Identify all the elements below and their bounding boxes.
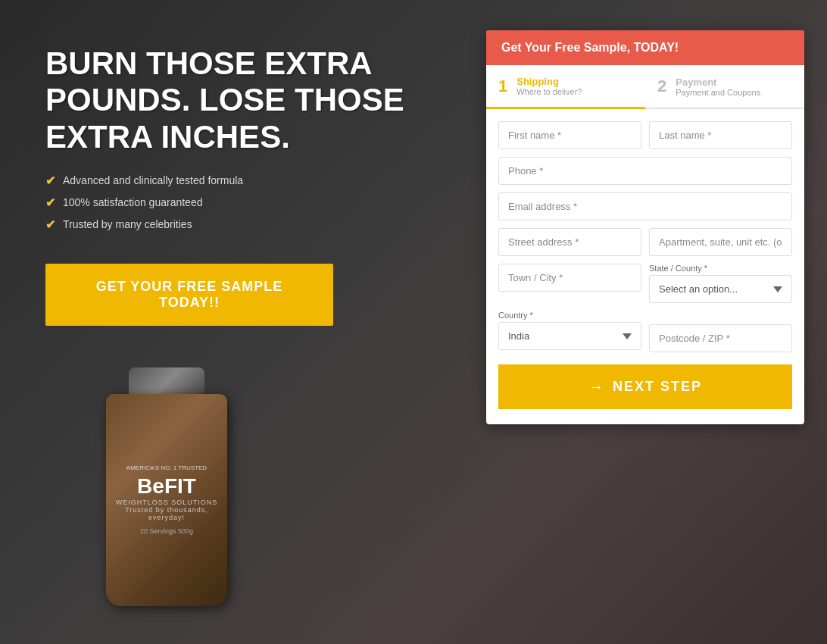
- phone-input[interactable]: [498, 157, 792, 185]
- step-2-title: Payment: [676, 77, 760, 88]
- feature-item-3: ✔ Trusted by many celebrities: [45, 217, 471, 232]
- bottle-serving: 20 Servings 500g: [114, 527, 220, 535]
- street-input[interactable]: [498, 228, 641, 256]
- step-1-number: 1: [498, 77, 507, 96]
- email-row: [498, 192, 792, 220]
- form-body: State / County * Select an option... Cou…: [486, 109, 804, 424]
- state-select[interactable]: Select an option...: [649, 275, 792, 303]
- steps-bar: 1 Shipping Where to deliver? 2 Payment P…: [486, 65, 804, 109]
- banner-text: Get Your Free Sample, TODAY!: [501, 41, 679, 55]
- country-select[interactable]: India: [498, 322, 641, 350]
- form-banner: Get Your Free Sample, TODAY!: [486, 30, 804, 65]
- state-label: State / County *: [649, 264, 792, 273]
- check-icon-1: ✔: [45, 174, 55, 188]
- country-group: Country * India: [498, 311, 641, 352]
- town-group: [498, 264, 641, 303]
- last-name-group: [649, 121, 792, 149]
- apartment-group: [649, 228, 792, 256]
- email-input[interactable]: [498, 192, 792, 220]
- bottle-brand: BeFIT: [114, 474, 220, 499]
- address-row: [498, 228, 792, 256]
- country-label: Country *: [498, 311, 641, 320]
- step-2-subtitle: Payment and Coupons: [676, 88, 760, 97]
- step-1[interactable]: 1 Shipping Where to deliver?: [486, 65, 645, 109]
- check-icon-3: ✔: [45, 217, 55, 232]
- form-card: Get Your Free Sample, TODAY! 1 Shipping …: [486, 30, 804, 424]
- step-2-number: 2: [657, 77, 666, 96]
- city-state-row: State / County * Select an option...: [498, 264, 792, 303]
- product-bottle: AMERICA'S NO. 1 TRUSTED BeFIT WEIGHTLOSS…: [91, 341, 280, 606]
- arrow-icon: →: [588, 378, 605, 395]
- feature-item-2: ✔ 100% satisfaction guaranteed: [45, 195, 471, 210]
- postcode-group: [649, 311, 792, 352]
- last-name-input[interactable]: [649, 121, 792, 149]
- phone-row: [498, 157, 792, 185]
- feature-item-1: ✔ Advanced and clinically tested formula: [45, 174, 471, 188]
- cta-button[interactable]: GET YOUR FREE SAMPLE TODAY!!: [45, 264, 333, 326]
- state-group: State / County * Select an option...: [649, 264, 792, 303]
- step-1-subtitle: Where to deliver?: [516, 87, 582, 96]
- phone-group: [498, 157, 792, 185]
- next-step-button[interactable]: → NEXT STEP: [498, 364, 792, 409]
- bottle-trusted: Trusted by thousands, everyday!: [114, 506, 220, 521]
- first-name-input[interactable]: [498, 121, 641, 149]
- bottle-sub: WEIGHTLOSS SOLUTIONS: [114, 499, 220, 506]
- bottle-america-label: AMERICA'S NO. 1 TRUSTED: [114, 464, 220, 471]
- apartment-input[interactable]: [649, 228, 792, 256]
- town-input[interactable]: [498, 264, 641, 292]
- form-panel: Get Your Free Sample, TODAY! 1 Shipping …: [486, 30, 804, 629]
- postcode-input[interactable]: [649, 324, 792, 352]
- step-1-title: Shipping: [516, 76, 582, 87]
- check-icon-2: ✔: [45, 195, 55, 210]
- main-headline: BURN THOSE EXTRA POUNDS. LOSE THOSE EXTR…: [45, 45, 471, 155]
- next-step-label: NEXT STEP: [613, 379, 702, 395]
- email-group: [498, 192, 792, 220]
- step-2[interactable]: 2 Payment Payment and Coupons: [645, 65, 804, 108]
- bottle-cap: [129, 367, 204, 398]
- bottle-body: AMERICA'S NO. 1 TRUSTED BeFIT WEIGHTLOSS…: [106, 394, 227, 606]
- street-group: [498, 228, 641, 256]
- country-postcode-row: Country * India: [498, 311, 792, 352]
- first-name-group: [498, 121, 641, 149]
- name-row: [498, 121, 792, 149]
